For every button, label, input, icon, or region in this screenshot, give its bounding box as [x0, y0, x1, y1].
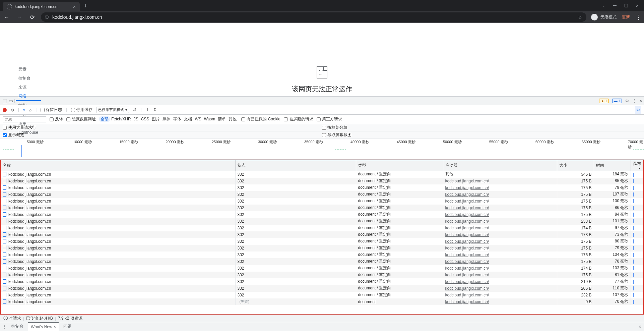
close-icon[interactable]: ×: [73, 4, 76, 9]
table-row[interactable]: kodcloud.jiangxl.com.cn302document / 重定向…: [1, 171, 643, 178]
incognito-icon[interactable]: [591, 14, 598, 20]
drawer-tab-whatsnew[interactable]: What's New ×: [28, 322, 59, 331]
update-button[interactable]: 更新: [619, 13, 633, 21]
table-row[interactable]: kodcloud.jiangxl.com.cn302document / 重定向…: [1, 292, 643, 298]
issues-badge[interactable]: ▬ 1: [612, 99, 622, 103]
table-row[interactable]: kodcloud.jiangxl.com.cn302document / 重定向…: [1, 265, 643, 272]
filter-type-字体[interactable]: 字体: [172, 116, 183, 122]
upload-icon[interactable]: ↥: [146, 108, 149, 112]
filter-type-媒体[interactable]: 媒体: [161, 116, 172, 122]
maximize-button[interactable]: [625, 4, 628, 7]
more-icon[interactable]: ⋮: [632, 99, 636, 103]
filter-type-WS[interactable]: WS: [193, 116, 202, 122]
devtools-tab-来源[interactable]: 来源: [16, 83, 41, 92]
timeline-tick: 50000 毫秒: [443, 139, 462, 145]
blocked-requests-checkbox[interactable]: 被屏蔽的请求: [284, 116, 313, 122]
col-name[interactable]: 名称: [1, 160, 235, 171]
devtools-tab-网络[interactable]: 网络: [16, 92, 41, 101]
minimize-button[interactable]: [613, 5, 617, 6]
col-time[interactable]: 时间: [594, 160, 631, 171]
table-header-row[interactable]: 名称 状态 类型 启动器 大小 时间 瀑布▲: [1, 160, 643, 171]
warnings-badge[interactable]: ▲ 1: [599, 99, 609, 103]
filter-type-Wasm[interactable]: Wasm: [203, 116, 217, 122]
record-button[interactable]: [3, 108, 7, 112]
large-rows-checkbox[interactable]: 使用大量请求行: [3, 125, 36, 130]
capture-screenshots-checkbox[interactable]: 截取屏幕截图: [322, 132, 351, 138]
gear-icon[interactable]: ⚙: [625, 99, 629, 103]
group-by-frame-checkbox[interactable]: 按框架分组: [322, 125, 347, 130]
table-row[interactable]: kodcloud.jiangxl.com.cn302document / 重定向…: [1, 225, 643, 231]
url-input[interactable]: ⓘ kodcloud.jiangxl.com.cn ☆: [41, 12, 586, 22]
table-row[interactable]: kodcloud.jiangxl.com.cn302document / 重定向…: [1, 211, 643, 218]
drawer-menu-icon[interactable]: ⋮: [3, 324, 7, 329]
reload-button[interactable]: ⟳: [28, 14, 36, 20]
table-row[interactable]: kodcloud.jiangxl.com.cn302document / 重定向…: [1, 198, 643, 205]
table-row[interactable]: kodcloud.jiangxl.com.cn302document / 重定向…: [1, 285, 643, 292]
hide-data-urls-checkbox[interactable]: 隐藏数据网址: [66, 116, 96, 122]
timeline-tick: 65000 毫秒: [582, 139, 600, 145]
browser-tab[interactable]: kodcloud.jiangxl.com.cn ×: [3, 2, 80, 12]
inspect-icon[interactable]: ⬚: [2, 98, 7, 104]
col-initiator[interactable]: 启动器: [443, 160, 557, 171]
col-waterfall[interactable]: 瀑布▲: [631, 160, 643, 171]
filter-type-CSS[interactable]: CSS: [140, 116, 151, 122]
table-row[interactable]: kodcloud.jiangxl.com.cn302document / 重定向…: [1, 184, 643, 191]
table-row[interactable]: kodcloud.jiangxl.com.cn302document / 重定向…: [1, 191, 643, 198]
table-row[interactable]: kodcloud.jiangxl.com.cn302document / 重定向…: [1, 258, 643, 265]
table-row[interactable]: kodcloud.jiangxl.com.cn302document / 重定向…: [1, 278, 643, 285]
table-row[interactable]: kodcloud.jiangxl.com.cn302document / 重定向…: [1, 178, 643, 184]
close-icon[interactable]: ×: [54, 325, 56, 329]
browser-menu-icon[interactable]: ⋮: [635, 13, 641, 21]
filter-type-其他[interactable]: 其他: [227, 116, 238, 122]
info-icon[interactable]: ⓘ: [45, 14, 49, 20]
download-icon[interactable]: ↧: [153, 108, 156, 112]
filter-icon[interactable]: ▿: [23, 108, 25, 112]
wifi-icon[interactable]: ⇵: [133, 108, 136, 112]
disable-cache-checkbox[interactable]: 停用缓存: [71, 107, 92, 113]
filter-type-Fetch/XHR[interactable]: Fetch/XHR: [110, 116, 132, 122]
col-type[interactable]: 类型: [356, 160, 443, 171]
network-timeline[interactable]: 5000 毫秒10000 毫秒15000 毫秒20000 毫秒25000 毫秒3…: [0, 139, 644, 160]
third-party-checkbox[interactable]: 第三方请求: [317, 116, 342, 122]
table-row[interactable]: kodcloud.jiangxl.com.cn302document / 重定向…: [1, 231, 643, 238]
filter-type-图片[interactable]: 图片: [150, 116, 161, 122]
throttling-select[interactable]: 已停用节流模式 ▾: [96, 107, 129, 113]
new-tab-button[interactable]: +: [84, 3, 87, 10]
filter-type-文档[interactable]: 文档: [183, 116, 193, 122]
col-status[interactable]: 状态: [235, 160, 356, 171]
devtools-tab-元素[interactable]: 元素: [16, 65, 41, 74]
table-row[interactable]: kodcloud.jiangxl.com.cn302document / 重定向…: [1, 272, 643, 278]
table-row[interactable]: kodcloud.jiangxl.com.cn302document / 重定向…: [1, 205, 643, 211]
devtools-tab-控制台[interactable]: 控制台: [16, 74, 41, 83]
table-row[interactable]: kodcloud.jiangxl.com.cn302document / 重定向…: [1, 252, 643, 258]
preserve-log-checkbox[interactable]: 保留日志: [41, 107, 62, 113]
table-row[interactable]: kodcloud.jiangxl.com.cn302document / 重定向…: [1, 245, 643, 252]
transferred-size: 已传输 14.4 kB: [26, 316, 53, 321]
bookmark-icon[interactable]: ☆: [578, 14, 582, 20]
window-close-button[interactable]: ×: [636, 3, 639, 8]
back-button[interactable]: ←: [3, 14, 11, 20]
filter-input[interactable]: [3, 116, 46, 122]
search-icon[interactable]: ⌕: [29, 108, 31, 112]
network-options-row-2: 显示概览 截取屏幕截图: [0, 131, 644, 139]
close-icon[interactable]: ×: [640, 99, 642, 103]
chevron-down-icon[interactable]: ⌄: [602, 4, 605, 7]
filter-type-清单[interactable]: 清单: [216, 116, 227, 122]
table-row[interactable]: kodcloud.jiangxl.com.cn302document / 重定向…: [1, 218, 643, 225]
document-icon: [3, 199, 6, 203]
filter-type-JS[interactable]: JS: [132, 116, 140, 122]
table-row[interactable]: kodcloud.jiangxl.com.cn(失败)documentkodcl…: [1, 298, 643, 305]
col-size[interactable]: 大小: [557, 160, 594, 171]
show-overview-checkbox[interactable]: 显示概览: [3, 132, 24, 138]
drawer-tab-console[interactable]: 控制台: [9, 322, 26, 331]
drawer-close-icon[interactable]: ×: [639, 324, 641, 329]
invert-checkbox[interactable]: 反转: [50, 116, 63, 122]
device-icon[interactable]: ▭: [8, 98, 13, 104]
drawer-tab-issues[interactable]: 问题: [61, 322, 74, 331]
clear-icon[interactable]: ⊘: [11, 108, 14, 112]
filter-type-全部[interactable]: 全部: [99, 116, 110, 122]
table-row[interactable]: kodcloud.jiangxl.com.cn302document / 重定向…: [1, 238, 643, 245]
network-toolbar: ⊘ | ▿ ⌕ | 保留日志 | 停用缓存 已停用节流模式 ▾ ⇵ | ↥ ↧ …: [0, 105, 644, 115]
network-settings-icon[interactable]: ⚙: [635, 106, 641, 114]
blocked-cookies-checkbox[interactable]: 有已拦截的 Cookie: [241, 116, 280, 122]
